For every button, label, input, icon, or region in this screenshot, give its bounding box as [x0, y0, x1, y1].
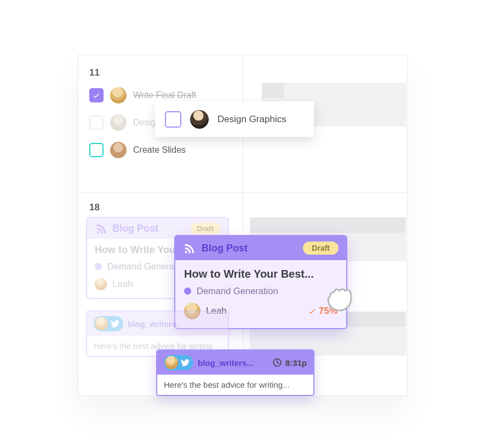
- check-icon: [92, 91, 101, 100]
- twitter-icon: [110, 319, 120, 329]
- progress-value: 75%: [319, 306, 337, 317]
- card-tag: Demand Generation: [197, 286, 278, 296]
- card-tag: Demand Generatio: [107, 261, 184, 272]
- checkbox-checked[interactable]: [89, 88, 104, 102]
- checkbox[interactable]: [165, 111, 181, 128]
- row-divider: [78, 192, 407, 193]
- card-header: blog_writers... 8:31p: [157, 351, 313, 375]
- tag-dot: [184, 288, 191, 295]
- card-body: Here's the best advice for writing...: [157, 375, 313, 395]
- tag-dot: [95, 263, 102, 270]
- card-header: blog_writers.: [87, 312, 228, 336]
- rss-icon: [95, 222, 107, 234]
- check-icon: [308, 307, 317, 315]
- avatar: [95, 278, 107, 290]
- card-type-label: Blog Post: [202, 243, 248, 254]
- twitter-pill: [94, 316, 123, 331]
- avatar: [190, 110, 209, 129]
- avatar: [95, 317, 108, 330]
- twitter-pill: [164, 355, 193, 370]
- assignee-name: Leah: [112, 279, 133, 290]
- day-number-bottom: 18: [89, 202, 100, 213]
- avatar: [165, 356, 178, 369]
- day-number-top: 11: [89, 67, 100, 78]
- avatar: [110, 87, 127, 104]
- placeholder-header: [262, 83, 284, 98]
- checkbox: [89, 116, 104, 130]
- card-header: Blog Post Draft: [175, 236, 346, 260]
- social-handle: blog_writers...: [198, 358, 254, 367]
- time-block: 8:31p: [272, 358, 307, 367]
- rss-icon: [183, 242, 195, 254]
- status-badge: Draft: [191, 223, 220, 234]
- checkbox[interactable]: [89, 143, 104, 157]
- task-label: Write Final Draft: [133, 90, 196, 100]
- clock-icon: [272, 358, 282, 367]
- task-label: Design Graphics: [217, 114, 286, 125]
- card-type-label: Blog Post: [112, 223, 158, 234]
- progress-indicator: 75%: [308, 306, 337, 317]
- task-row-create-slides[interactable]: Create Slides: [89, 142, 186, 158]
- task-drag-card[interactable]: Design Graphics: [155, 101, 314, 137]
- social-handle: blog_writers.: [128, 319, 179, 329]
- social-card[interactable]: blog_writers... 8:31p Here's the best ad…: [156, 349, 314, 396]
- avatar: [110, 142, 127, 158]
- social-snippet: Here's the best advice for writing...: [164, 380, 290, 389]
- task-label: Create Slides: [133, 145, 186, 155]
- placeholder-header: [250, 217, 406, 233]
- twitter-icon: [180, 358, 190, 367]
- time-value: 8:31p: [285, 358, 307, 367]
- avatar: [110, 114, 127, 131]
- status-badge: Draft: [303, 242, 339, 255]
- card-title: How to Write Your Best...: [184, 268, 337, 280]
